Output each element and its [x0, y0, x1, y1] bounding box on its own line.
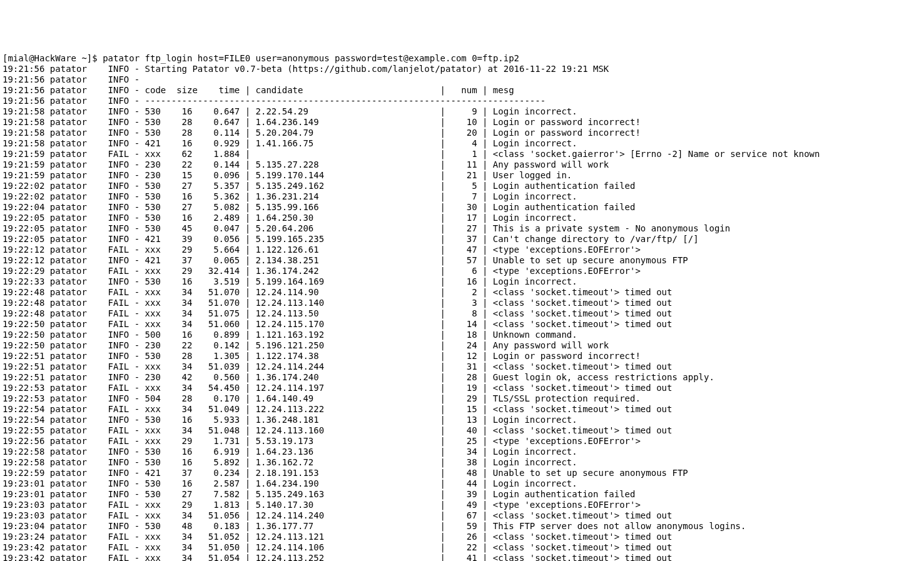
- result-row: 19:22:29 patator FAIL - xxx 29 32.414 | …: [3, 266, 921, 276]
- result-rows: 19:21:58 patator INFO - 530 16 0.647 | 2…: [3, 106, 921, 561]
- result-row: 19:21:58 patator INFO - 421 16 0.929 | 1…: [3, 138, 921, 149]
- start-line: 19:21:56 patator INFO - Starting Patator…: [3, 64, 921, 74]
- result-row: 19:22:54 patator FAIL - xxx 34 51.049 | …: [3, 404, 921, 415]
- result-row: 19:22:05 patator INFO - 530 16 2.489 | 1…: [3, 213, 921, 223]
- result-row: 19:22:51 patator INFO - 230 42 0.560 | 1…: [3, 372, 921, 383]
- result-row: 19:22:55 patator FAIL - xxx 34 51.048 | …: [3, 425, 921, 436]
- result-row: 19:22:56 patator FAIL - xxx 29 1.731 | 5…: [3, 436, 921, 447]
- result-row: 19:23:03 patator FAIL - xxx 34 51.056 | …: [3, 510, 921, 521]
- result-row: 19:23:01 patator INFO - 530 27 7.582 | 5…: [3, 489, 921, 500]
- result-row: 19:22:50 patator FAIL - xxx 34 51.060 | …: [3, 319, 921, 330]
- result-row: 19:22:53 patator FAIL - xxx 34 54.450 | …: [3, 383, 921, 393]
- result-row: 19:21:59 patator INFO - 230 15 0.096 | 5…: [3, 170, 921, 181]
- entered-command: patator ftp_login host=FILE0 user=anonym…: [103, 53, 519, 63]
- terminal-output[interactable]: [mial@HackWare ~]$ patator ftp_login hos…: [0, 53, 924, 561]
- divider-line: 19:21:56 patator INFO - ----------------…: [3, 96, 921, 106]
- result-row: 19:23:24 patator FAIL - xxx 34 51.052 | …: [3, 532, 921, 542]
- result-row: 19:22:54 patator INFO - 530 16 5.933 | 1…: [3, 415, 921, 425]
- result-row: 19:22:51 patator INFO - 530 28 1.305 | 1…: [3, 351, 921, 361]
- result-row: 19:22:04 patator INFO - 530 27 5.082 | 5…: [3, 202, 921, 213]
- result-row: 19:21:58 patator INFO - 530 16 0.647 | 2…: [3, 106, 921, 117]
- result-row: 19:23:04 patator INFO - 530 48 0.183 | 1…: [3, 521, 921, 532]
- result-row: 19:22:05 patator INFO - 421 39 0.056 | 5…: [3, 234, 921, 245]
- result-row: 19:22:58 patator INFO - 530 16 5.892 | 1…: [3, 457, 921, 468]
- result-row: 19:22:02 patator INFO - 530 27 5.357 | 5…: [3, 181, 921, 191]
- info-blank: 19:21:56 patator INFO -: [3, 74, 921, 85]
- result-row: 19:22:50 patator INFO - 500 16 0.899 | 1…: [3, 330, 921, 340]
- shell-prompt: [mial@HackWare ~]$: [3, 53, 103, 63]
- result-row: 19:22:50 patator INFO - 230 22 0.142 | 5…: [3, 340, 921, 351]
- result-row: 19:22:02 patator INFO - 530 16 5.362 | 1…: [3, 191, 921, 202]
- result-row: 19:22:12 patator INFO - 421 37 0.065 | 2…: [3, 255, 921, 266]
- result-row: 19:23:42 patator FAIL - xxx 34 51.050 | …: [3, 542, 921, 553]
- result-row: 19:22:53 patator INFO - 504 28 0.170 | 1…: [3, 393, 921, 404]
- result-row: 19:23:01 patator INFO - 530 16 2.587 | 1…: [3, 478, 921, 489]
- result-row: 19:21:58 patator INFO - 530 28 0.647 | 1…: [3, 117, 921, 128]
- result-row: 19:22:05 patator INFO - 530 45 0.047 | 5…: [3, 223, 921, 234]
- result-row: 19:21:59 patator FAIL - xxx 62 1.884 | |…: [3, 149, 921, 159]
- result-row: 19:22:33 patator INFO - 530 16 3.519 | 5…: [3, 276, 921, 287]
- result-row: 19:22:48 patator FAIL - xxx 34 51.070 | …: [3, 287, 921, 298]
- result-row: 19:22:59 patator INFO - 421 37 0.234 | 2…: [3, 468, 921, 478]
- result-row: 19:22:48 patator FAIL - xxx 34 51.070 | …: [3, 298, 921, 308]
- result-row: 19:23:03 patator FAIL - xxx 29 1.813 | 5…: [3, 500, 921, 510]
- result-row: 19:21:59 patator INFO - 230 22 0.144 | 5…: [3, 159, 921, 170]
- result-row: 19:21:58 patator INFO - 530 28 0.114 | 5…: [3, 128, 921, 138]
- result-row: 19:22:12 patator FAIL - xxx 29 5.664 | 1…: [3, 245, 921, 255]
- result-row: 19:23:42 patator FAIL - xxx 34 51.054 | …: [3, 553, 921, 561]
- command-line: [mial@HackWare ~]$ patator ftp_login hos…: [3, 53, 921, 64]
- header-line: 19:21:56 patator INFO - code size time |…: [3, 85, 921, 96]
- result-row: 19:22:48 patator FAIL - xxx 34 51.075 | …: [3, 308, 921, 319]
- result-row: 19:22:58 patator INFO - 530 16 6.919 | 1…: [3, 447, 921, 457]
- result-row: 19:22:51 patator FAIL - xxx 34 51.039 | …: [3, 361, 921, 372]
